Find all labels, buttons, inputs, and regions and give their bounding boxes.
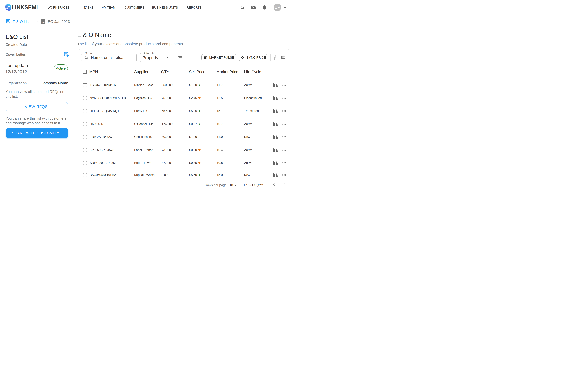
svg-text:2: 2: [42, 21, 42, 23]
